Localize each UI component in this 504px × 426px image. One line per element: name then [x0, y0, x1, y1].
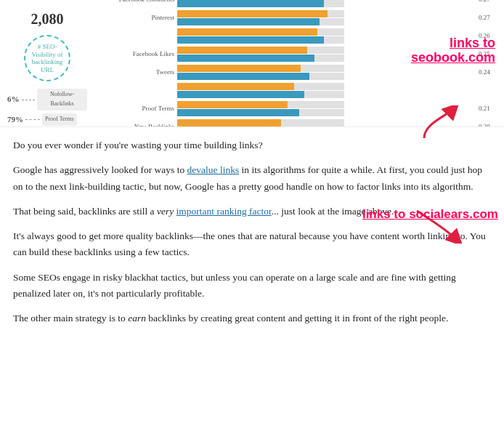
- chart-left: 2,080 # SEO-Visibility of backlinking UR…: [7, 0, 87, 126]
- label1: Nofollow-Backlinks: [37, 89, 87, 110]
- bar-label: Tweets: [91, 67, 174, 77]
- bar-pair: [177, 101, 471, 116]
- label2: Proof Terms: [42, 113, 77, 126]
- bar-label: New Backlinks: [91, 121, 174, 127]
- pct2: 79%: [7, 113, 23, 126]
- circle-badge: # SEO-Visibility of backlinking URL: [24, 35, 70, 81]
- para2: Google has aggressively looked for ways …: [13, 162, 491, 195]
- bar-row: [91, 83, 497, 98]
- para5: Some SEOs engage in risky blackhat tacti…: [13, 270, 491, 302]
- bar-value: 0.20: [479, 121, 497, 127]
- bar-row: New Backlinks0.20: [91, 119, 497, 127]
- para6: The other main strategy is to earn backl…: [13, 310, 491, 326]
- bar-pair: [177, 65, 471, 80]
- chart-section: 2,080 # SEO-Visibility of backlinking UR…: [0, 0, 504, 127]
- bar-label: Pinterest: [91, 12, 174, 23]
- bar-pair: [177, 83, 471, 98]
- page-wrapper: 2,080 # SEO-Visibility of backlinking UR…: [0, 0, 504, 345]
- bar-row: Tweets0.24: [91, 65, 497, 80]
- pct1: 6%: [7, 93, 20, 106]
- bar-value: 0.27: [479, 12, 497, 23]
- bar-label: Proof Terms: [91, 103, 174, 113]
- bar-value: 0.24: [479, 67, 497, 77]
- bar-label: Facebook Comments: [91, 0, 174, 5]
- important-ranking-link[interactable]: important ranking factor: [176, 206, 272, 217]
- bar-pair: [177, 0, 471, 7]
- bar-value: 0.21: [479, 103, 497, 113]
- bar-pair: [177, 119, 471, 127]
- bar-row: Facebook Comments0.27: [91, 0, 497, 7]
- annotation-seobook: links toseobook.com: [411, 36, 495, 65]
- para4: It's always good to get more quality bac…: [13, 228, 491, 261]
- para1: Do you ever wonder if you're wasting you…: [13, 137, 491, 153]
- bar-row: Pinterest0.27: [91, 10, 497, 25]
- bar-value: 0.27: [479, 0, 497, 5]
- bar-row: Proof Terms0.21: [91, 101, 497, 116]
- annotation-socialears: links to socialears.com: [362, 207, 498, 222]
- devalue-links-link[interactable]: devalue links: [187, 164, 240, 175]
- bar-pair: [177, 10, 471, 25]
- content-section: links to socialears.com Do you ever wond…: [0, 127, 504, 345]
- big-number: 2,080: [31, 7, 64, 31]
- bar-label: Facebook Likes: [91, 49, 174, 59]
